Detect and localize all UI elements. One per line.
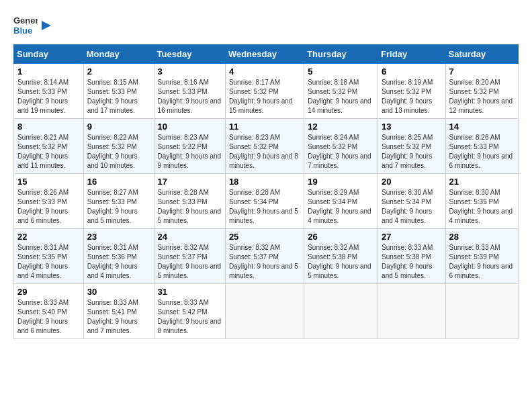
sunset-label: Sunset: 5:32 PM [158,143,208,150]
day-number: 6 [382,66,441,77]
day-info: Sunrise: 8:15 AM Sunset: 5:33 PM Dayligh… [87,78,150,116]
week-row-3: 15 Sunrise: 8:26 AM Sunset: 5:33 PM Dayl… [14,174,519,229]
sunset-label: Sunset: 5:34 PM [382,198,431,205]
svg-marker-2 [42,21,51,30]
day-cell [445,284,518,339]
daylight-label: Daylight: 9 hours and 4 minutes. [308,208,371,224]
day-cell: 17 Sunrise: 8:28 AM Sunset: 5:33 PM Dayl… [154,174,225,229]
daylight-label: Daylight: 9 hours and 8 minutes. [229,152,298,169]
day-cell [225,284,304,339]
day-number: 29 [17,287,80,297]
week-row-2: 8 Sunrise: 8:21 AM Sunset: 5:32 PM Dayli… [14,119,519,174]
daylight-label: Daylight: 9 hours and 16 minutes. [158,97,222,114]
sunrise-label: Sunrise: 8:32 AM [158,244,209,251]
sunset-label: Sunset: 5:36 PM [87,253,137,261]
day-cell [378,284,445,339]
daylight-label: Daylight: 9 hours and 19 minutes. [17,97,68,114]
sunset-label: Sunset: 5:37 PM [229,253,279,261]
day-cell: 21 Sunrise: 8:30 AM Sunset: 5:35 PM Dayl… [445,174,518,229]
day-info: Sunrise: 8:23 AM Sunset: 5:32 PM Dayligh… [158,133,222,171]
day-cell: 23 Sunrise: 8:31 AM Sunset: 5:36 PM Dayl… [83,229,154,284]
sunset-label: Sunset: 5:33 PM [87,198,137,205]
day-info: Sunrise: 8:28 AM Sunset: 5:34 PM Dayligh… [229,188,300,226]
daylight-label: Daylight: 9 hours and 7 minutes. [382,152,432,169]
sunrise-label: Sunrise: 8:31 AM [17,244,69,251]
daylight-label: Daylight: 9 hours and 5 minutes. [229,208,298,224]
day-number: 14 [449,122,515,132]
sunset-label: Sunset: 5:38 PM [382,253,431,261]
sunrise-label: Sunrise: 8:20 AM [449,79,500,86]
day-number: 20 [382,177,441,187]
day-number: 13 [382,122,441,132]
daylight-label: Daylight: 9 hours and 5 minutes. [229,263,298,279]
day-cell: 6 Sunrise: 8:19 AM Sunset: 5:32 PM Dayli… [378,64,445,119]
day-info: Sunrise: 8:17 AM Sunset: 5:32 PM Dayligh… [229,78,300,116]
daylight-label: Daylight: 9 hours and 5 minutes. [382,263,432,279]
svg-text:Blue: Blue [13,26,32,36]
sunrise-label: Sunrise: 8:33 AM [87,299,138,306]
sunset-label: Sunset: 5:39 PM [449,253,499,261]
sunrise-label: Sunrise: 8:15 AM [87,79,138,86]
day-info: Sunrise: 8:33 AM Sunset: 5:41 PM Dayligh… [87,298,150,336]
day-cell: 1 Sunrise: 8:14 AM Sunset: 5:33 PM Dayli… [14,64,84,119]
daylight-label: Daylight: 9 hours and 7 minutes. [87,318,138,334]
day-number: 19 [308,177,374,187]
sunrise-label: Sunrise: 8:33 AM [382,244,433,251]
sunset-label: Sunset: 5:32 PM [308,88,357,95]
daylight-label: Daylight: 9 hours and 12 minutes. [449,97,513,114]
daylight-label: Daylight: 9 hours and 9 minutes. [158,152,222,169]
day-info: Sunrise: 8:33 AM Sunset: 5:40 PM Dayligh… [17,298,80,336]
day-info: Sunrise: 8:32 AM Sunset: 5:37 PM Dayligh… [229,243,300,281]
day-cell: 22 Sunrise: 8:31 AM Sunset: 5:35 PM Dayl… [14,229,84,284]
day-number: 26 [308,232,374,242]
calendar-table: SundayMondayTuesdayWednesdayThursdayFrid… [13,44,519,339]
day-number: 5 [308,66,374,77]
sunrise-label: Sunrise: 8:17 AM [229,79,280,86]
daylight-label: Daylight: 9 hours and 5 minutes. [87,208,138,224]
daylight-label: Daylight: 9 hours and 17 minutes. [87,97,138,114]
sunrise-label: Sunrise: 8:24 AM [308,134,359,141]
day-cell: 7 Sunrise: 8:20 AM Sunset: 5:32 PM Dayli… [445,64,518,119]
day-number: 11 [229,122,300,132]
day-cell: 16 Sunrise: 8:27 AM Sunset: 5:33 PM Dayl… [83,174,154,229]
day-info: Sunrise: 8:23 AM Sunset: 5:32 PM Dayligh… [229,133,300,171]
day-cell: 28 Sunrise: 8:33 AM Sunset: 5:39 PM Dayl… [445,229,518,284]
sunset-label: Sunset: 5:32 PM [382,88,431,95]
day-number: 1 [17,66,80,77]
daylight-label: Daylight: 9 hours and 15 minutes. [229,97,293,114]
day-number: 10 [158,122,222,132]
day-info: Sunrise: 8:27 AM Sunset: 5:33 PM Dayligh… [87,188,150,226]
day-number: 21 [449,177,515,187]
day-info: Sunrise: 8:16 AM Sunset: 5:33 PM Dayligh… [158,78,222,116]
daylight-label: Daylight: 9 hours and 7 minutes. [308,152,371,169]
sunrise-label: Sunrise: 8:30 AM [382,189,433,196]
day-info: Sunrise: 8:32 AM Sunset: 5:37 PM Dayligh… [158,243,222,281]
sunrise-label: Sunrise: 8:26 AM [17,189,69,196]
sunset-label: Sunset: 5:32 PM [229,143,279,150]
day-info: Sunrise: 8:25 AM Sunset: 5:32 PM Dayligh… [382,133,441,171]
day-info: Sunrise: 8:33 AM Sunset: 5:42 PM Dayligh… [158,298,222,336]
day-cell [304,284,378,339]
day-cell: 15 Sunrise: 8:26 AM Sunset: 5:33 PM Dayl… [14,174,84,229]
sunset-label: Sunset: 5:32 PM [382,143,431,150]
day-number: 28 [449,232,515,242]
sunrise-label: Sunrise: 8:19 AM [382,79,433,86]
sunset-label: Sunset: 5:37 PM [158,253,208,261]
day-cell: 20 Sunrise: 8:30 AM Sunset: 5:34 PM Dayl… [378,174,445,229]
day-info: Sunrise: 8:32 AM Sunset: 5:38 PM Dayligh… [308,243,374,281]
logo-chevron-icon [40,19,52,32]
sunset-label: Sunset: 5:38 PM [308,253,357,261]
day-number: 15 [17,177,80,187]
week-row-5: 29 Sunrise: 8:33 AM Sunset: 5:40 PM Dayl… [14,284,519,339]
sunrise-label: Sunrise: 8:23 AM [158,134,209,141]
sunrise-label: Sunrise: 8:32 AM [308,244,359,251]
day-number: 30 [87,287,150,297]
day-number: 8 [17,122,80,132]
day-cell: 2 Sunrise: 8:15 AM Sunset: 5:33 PM Dayli… [83,64,154,119]
sunrise-label: Sunrise: 8:18 AM [308,79,359,86]
day-cell: 8 Sunrise: 8:21 AM Sunset: 5:32 PM Dayli… [14,119,84,174]
col-header-thursday: Thursday [304,45,378,64]
sunset-label: Sunset: 5:32 PM [87,143,137,150]
day-info: Sunrise: 8:29 AM Sunset: 5:34 PM Dayligh… [308,188,374,226]
sunrise-label: Sunrise: 8:21 AM [17,134,69,141]
